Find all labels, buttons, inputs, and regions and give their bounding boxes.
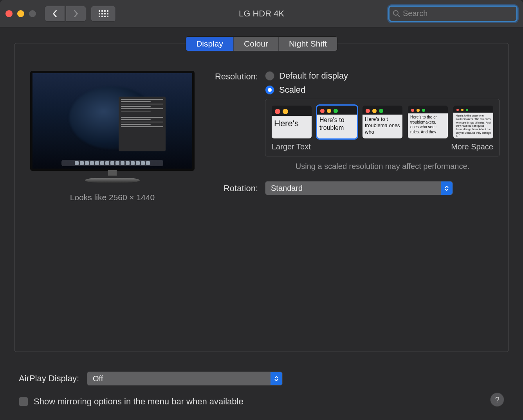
- airplay-value: Off: [93, 374, 103, 383]
- help-icon: ?: [495, 395, 499, 404]
- resolution-option-1[interactable]: Here's: [272, 106, 312, 138]
- select-arrows-icon: [441, 181, 453, 195]
- rotation-label: Rotation:: [210, 183, 265, 194]
- rotation-select[interactable]: Standard: [265, 181, 453, 195]
- radio-icon: [265, 71, 274, 81]
- tab-night-shift[interactable]: Night Shift: [279, 37, 337, 51]
- svg-line-1: [398, 15, 400, 17]
- rotation-value: Standard: [271, 184, 303, 193]
- radio-label: Default for display: [279, 71, 348, 81]
- tab-colour[interactable]: Colour: [234, 37, 279, 51]
- resolution-option-2[interactable]: Here's to troublem: [317, 106, 357, 138]
- more-space-label: More Space: [451, 142, 493, 151]
- radio-icon: [265, 85, 274, 95]
- mirroring-checkbox[interactable]: [19, 397, 28, 406]
- resolution-option-3[interactable]: Here's to t troublema ones who: [362, 106, 402, 138]
- resolution-preview-label: Looks like 2560 × 1440: [30, 193, 195, 202]
- monitor-icon: [30, 71, 195, 171]
- search-input[interactable]: [400, 9, 513, 18]
- airplay-select[interactable]: Off: [87, 372, 283, 386]
- resolution-label: Resolution:: [210, 71, 265, 82]
- display-preview: Looks like 2560 × 1440: [30, 71, 195, 203]
- larger-text-label: Larger Text: [272, 142, 311, 151]
- radio-scaled[interactable]: Scaled: [265, 85, 500, 95]
- scaled-resolution-picker: Here's Here's to troublem Here's to t tr…: [265, 99, 500, 156]
- radio-label: Scaled: [279, 85, 305, 95]
- search-field-wrapper[interactable]: [388, 5, 518, 22]
- titlebar: LG HDR 4K: [0, 0, 523, 27]
- select-arrows-icon: [271, 372, 282, 385]
- tab-bar: Display Colour Night Shift: [186, 36, 337, 51]
- radio-default-for-display[interactable]: Default for display: [265, 71, 500, 81]
- search-icon: [393, 10, 400, 18]
- mirroring-label: Show mirroring options in the menu bar w…: [34, 397, 243, 407]
- scaled-resolution-note: Using a scaled resolution may affect per…: [265, 162, 500, 171]
- footer: AirPlay Display: Off Show mirroring opti…: [0, 372, 523, 407]
- help-button[interactable]: ?: [490, 393, 504, 407]
- svg-point-0: [393, 11, 398, 15]
- resolution-option-4[interactable]: Here's to the cr troublemakers. ones who…: [408, 106, 448, 138]
- resolution-option-5[interactable]: Here's to the crazy one troublemakers. T…: [453, 106, 493, 138]
- tab-display[interactable]: Display: [186, 37, 234, 51]
- airplay-label: AirPlay Display:: [19, 373, 79, 384]
- settings-panel: Display Colour Night Shift: [14, 43, 509, 352]
